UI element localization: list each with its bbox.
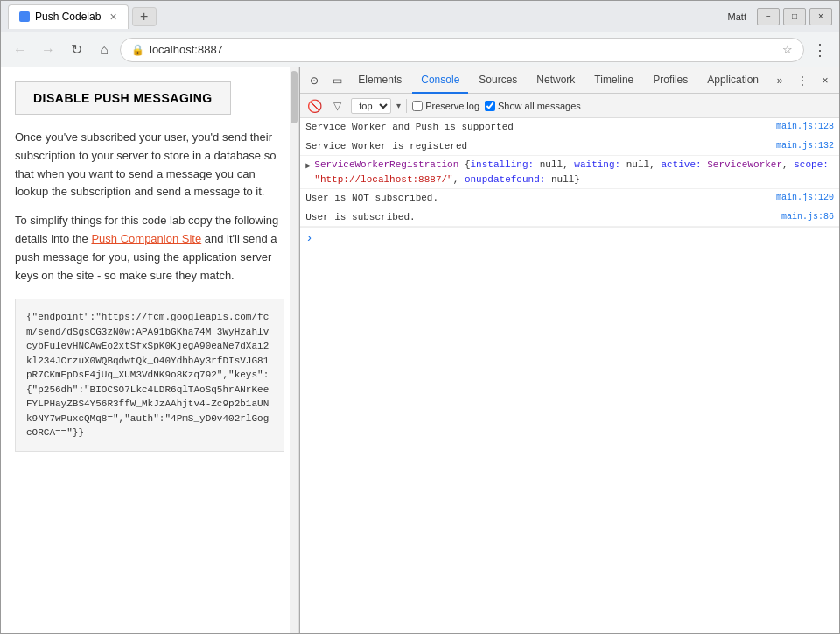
content-area: DISABLE PUSH MESSAGING Once you've subsc… [1, 67, 839, 633]
console-prompt-icon: › [305, 231, 312, 245]
console-message-text: User is subscribed. [305, 210, 781, 225]
minimize-button[interactable]: − [757, 8, 780, 25]
devtools-inspect-button[interactable]: ⊙ [304, 70, 325, 91]
console-row: Service Worker and Push is supported mai… [300, 118, 839, 137]
console-dropdown-arrow: ▾ [396, 101, 401, 110]
scrollbar-thumb[interactable] [290, 71, 298, 123]
window-title-text: Matt [721, 8, 753, 25]
tab-profiles[interactable]: Profiles [644, 67, 696, 94]
disable-push-button[interactable]: DISABLE PUSH MESSAGING [15, 81, 231, 115]
paragraph-2: To simplify things for this code lab cop… [15, 212, 284, 285]
devtools-overflow-button[interactable]: » [769, 70, 790, 91]
scrollbar-track[interactable] [290, 67, 298, 633]
console-message-text: Service Worker is registered [305, 139, 776, 154]
tab-console[interactable]: Console [412, 67, 468, 94]
console-filter-button[interactable]: ▽ [328, 97, 346, 115]
expand-arrow-icon: ▶ [305, 160, 311, 171]
console-source-link[interactable]: main.js:120 [776, 191, 834, 202]
url-text: localhost:8887 [150, 43, 223, 56]
new-tab-button[interactable]: + [132, 7, 157, 26]
tab-title: Push Codelab [35, 11, 101, 23]
console-input-row[interactable]: › [300, 227, 839, 249]
tab-close-btn[interactable]: × [109, 10, 116, 24]
browser-window: Push Codelab × + Matt − □ × ← → ↻ ⌂ 🔒 lo… [0, 0, 840, 634]
show-all-messages-checkbox[interactable] [485, 101, 495, 111]
home-button[interactable]: ⌂ [92, 38, 116, 62]
page-content: DISABLE PUSH MESSAGING Once you've subsc… [1, 67, 299, 633]
navigation-bar: ← → ↻ ⌂ 🔒 localhost:8887 ☆ ⋮ [1, 32, 839, 67]
console-input-field[interactable] [318, 233, 834, 243]
tab-network[interactable]: Network [528, 67, 584, 94]
refresh-button[interactable]: ↻ [64, 38, 88, 62]
browser-menu-button[interactable]: ⋮ [808, 38, 832, 62]
devtools-toolbar: ⊙ ▭ Elements Console Sources Network Tim… [300, 67, 839, 94]
console-object-preview: ServiceWorkerRegistration {installing: n… [314, 158, 834, 187]
browser-tab[interactable]: Push Codelab × [8, 4, 129, 29]
console-output: Service Worker and Push is supported mai… [300, 118, 839, 633]
devtools-menu-button[interactable]: ⋮ [792, 70, 813, 91]
forward-button[interactable]: → [36, 38, 60, 62]
push-companion-link[interactable]: Push Companion Site [91, 232, 201, 245]
maximize-button[interactable]: □ [783, 8, 806, 25]
console-source-link[interactable]: main.js:86 [781, 210, 834, 222]
window-close-button[interactable]: × [809, 8, 832, 25]
preserve-log-checkbox[interactable] [412, 101, 423, 111]
paragraph-1: Once you've subscribed your user, you'd … [15, 129, 284, 201]
bookmark-icon[interactable]: ☆ [782, 43, 793, 56]
tab-application[interactable]: Application [698, 67, 767, 94]
tab-sources[interactable]: Sources [470, 67, 526, 94]
preserve-log-label[interactable]: Preserve log [412, 101, 480, 111]
console-separator [406, 99, 407, 113]
console-row: Service Worker is registered main.js:132 [300, 137, 839, 157]
back-button[interactable]: ← [8, 38, 32, 62]
devtools-panel: ⊙ ▭ Elements Console Sources Network Tim… [299, 67, 839, 633]
console-message-text: User is NOT subscribed. [305, 191, 776, 206]
window-controls: Matt − □ × [721, 8, 832, 25]
tab-elements[interactable]: Elements [349, 67, 410, 94]
console-clear-button[interactable]: 🚫 [305, 97, 323, 115]
devtools-close-button[interactable]: × [815, 70, 836, 91]
console-message-text: Service Worker and Push is supported [305, 120, 776, 135]
lock-icon: 🔒 [131, 44, 144, 56]
devtools-actions: » ⋮ × [769, 70, 836, 91]
console-row: User is subscribed. main.js:86 [300, 208, 839, 228]
console-source-link[interactable]: main.js:132 [776, 139, 834, 151]
title-bar: Push Codelab × + Matt − □ × [1, 1, 839, 32]
tab-favicon [19, 11, 30, 22]
tab-timeline[interactable]: Timeline [585, 67, 642, 94]
console-toolbar: 🚫 ▽ top ▾ Preserve log Show all messages [300, 94, 839, 118]
devtools-responsive-button[interactable]: ▭ [326, 70, 347, 91]
code-block: {"endpoint":"https://fcm.googleapis.com/… [15, 299, 284, 452]
console-row: User is NOT subscribed. main.js:120 [300, 189, 839, 208]
show-all-messages-label[interactable]: Show all messages [485, 101, 581, 111]
console-source-link[interactable]: main.js:128 [776, 120, 834, 131]
console-row-expandable[interactable]: ▶ ServiceWorkerRegistration {installing:… [300, 156, 839, 189]
address-bar[interactable]: 🔒 localhost:8887 ☆ [120, 38, 804, 62]
console-context-select[interactable]: top [351, 98, 391, 114]
